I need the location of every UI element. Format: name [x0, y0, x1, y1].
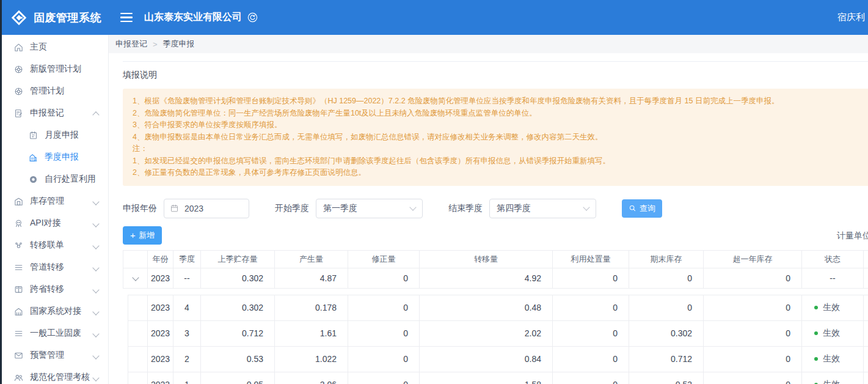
year-input[interactable]	[183, 203, 242, 214]
cell-disposed: 0	[553, 295, 629, 320]
sidebar-item[interactable]: 规范化管理考核	[0, 366, 108, 384]
sidebar-item-label: 主页	[30, 42, 47, 53]
col-status: 状态	[802, 250, 864, 268]
chevron-down-icon	[92, 352, 99, 359]
cell-quarter: 1	[173, 372, 201, 384]
calendar-icon	[170, 204, 179, 213]
cell-quarter: 2	[173, 346, 201, 372]
sidebar-item[interactable]: 管道转移	[0, 256, 108, 278]
sidebar-item-label: 跨省转移	[30, 284, 64, 295]
cell-expand	[128, 346, 148, 372]
chevron-down-icon	[92, 330, 99, 337]
cell-over_year_stock: 0	[704, 320, 802, 346]
summary-row: 2023--0.3024.8704.92000--	[123, 268, 868, 288]
cell-corrected: 0	[348, 372, 420, 384]
add-button[interactable]: + 新增	[123, 226, 162, 245]
table-row: 202340.3020.17800.48000生效	[128, 295, 868, 320]
notice-line: 2、危险废物简化管理单位：同一生产经营场所危险废物年产生量10t及以上且未纳入危…	[133, 108, 868, 120]
sidebar-item[interactable]: API对接	[0, 212, 108, 234]
sidebar-item-label: API对接	[30, 218, 61, 229]
cell-stub	[864, 320, 868, 346]
cell-corrected: 0	[348, 295, 420, 320]
cell-transferred: 1.58	[420, 372, 553, 384]
sidebar-item[interactable]: 国家系统对接	[0, 300, 108, 322]
status-dot-icon	[814, 306, 818, 309]
content: 填报说明 1、根据《危险废物管理计划和管理台账制定技术导则》（HJ 1259—2…	[109, 61, 868, 384]
col-over_year_stock: 超一年库存	[704, 250, 802, 268]
notice-line: 3、符合申报要求的单位按季度按顺序填报。	[133, 119, 868, 131]
sidebar-item[interactable]: 申报登记	[0, 102, 108, 124]
cell-produced: 1.022	[275, 346, 348, 372]
cell-transferred: 2.02	[420, 320, 553, 346]
search-button[interactable]: 查询	[622, 199, 662, 218]
warehouse-icon	[13, 196, 24, 207]
chevron-down-icon	[92, 220, 99, 227]
mail-icon	[13, 350, 24, 361]
cell-transferred: 0.84	[420, 346, 553, 372]
cell-status: 生效	[802, 295, 864, 320]
quarterly-report-panel: 填报说明 1、根据《危险废物管理计划和管理台账制定技术导则》（HJ 1259—2…	[123, 61, 868, 384]
dot-icon	[28, 174, 38, 185]
book-icon	[13, 284, 24, 295]
sidebar-item[interactable]: 库存管理	[0, 190, 108, 212]
breadcrumb-section[interactable]: 申报登记	[115, 39, 147, 50]
chevron-down-icon	[409, 204, 416, 210]
sidebar: 主页新版管理计划管理计划申报登记月度申报季度申报自行处置利用库存管理API对接转…	[0, 35, 109, 384]
summary-table: 年份季度上季贮存量产生量修正量转移量利用处置量期末库存超一年库存状态2023--…	[123, 250, 868, 289]
report-icon	[13, 108, 24, 119]
col-year: 年份	[148, 250, 173, 268]
plan-icon	[13, 86, 24, 97]
screen-edge-strip	[0, 0, 2, 384]
cell-ending_stock: 0.302	[629, 320, 704, 346]
cell-quarter: --	[173, 268, 201, 288]
cell-expand	[128, 295, 148, 320]
chevron-down-icon	[92, 374, 99, 381]
chevron-up-icon	[92, 111, 99, 118]
sidebar-item-label: 季度申报	[45, 152, 79, 163]
chevron-down-icon	[583, 204, 589, 210]
end-quarter-select[interactable]: 第四季度	[489, 199, 596, 218]
cell-produced: 1.61	[275, 320, 348, 346]
cell-status: 生效	[802, 320, 864, 346]
user-name[interactable]: 宿庆利	[837, 12, 865, 23]
sidebar-item[interactable]: 季度申报	[0, 146, 108, 168]
sidebar-item[interactable]: 新版管理计划	[0, 58, 108, 80]
gov-icon	[13, 306, 24, 317]
breadcrumb-page[interactable]: 季度申报	[163, 39, 195, 50]
sidebar-item[interactable]: 预警管理	[0, 344, 108, 366]
home-icon	[13, 42, 24, 53]
table-row: 202310.052.0601.5800.530生效	[128, 372, 868, 384]
table-toolbar: + 新增 计量单位	[123, 226, 868, 245]
chevron-down-icon	[92, 264, 99, 271]
expand-row-button[interactable]	[123, 268, 148, 288]
cell-disposed: 0	[553, 320, 629, 346]
sidebar-item[interactable]: 跨省转移	[0, 278, 108, 300]
col-produced: 产生量	[275, 250, 348, 268]
top-bar: 固废管理系统 山东泰东实业有限公司 宿庆利	[0, 0, 868, 35]
breadcrumb-separator: >	[153, 40, 158, 49]
cell-disposed: 0	[553, 268, 629, 288]
sidebar-item[interactable]: 主页	[0, 36, 108, 58]
search-icon	[629, 204, 636, 212]
sidebar-item-label: 申报登记	[30, 108, 64, 119]
cell-year: 2023	[148, 346, 173, 372]
sidebar-item[interactable]: 自行处置利用	[0, 168, 108, 190]
sidebar-item[interactable]: 管理计划	[0, 80, 108, 102]
header-row: 年份季度上季贮存量产生量修正量转移量利用处置量期末库存超一年库存状态	[123, 250, 868, 268]
api-icon	[13, 218, 24, 229]
start-quarter-select[interactable]: 第一季度	[316, 199, 423, 218]
cell-quarter: 3	[173, 320, 201, 346]
sidebar-item[interactable]: 转移联单	[0, 234, 108, 256]
building-icon	[28, 152, 38, 163]
cell-stub	[864, 268, 868, 288]
sidebar-item[interactable]: 一般工业固废	[0, 322, 108, 344]
col-prev_storage: 上季贮存量	[201, 250, 275, 268]
refresh-icon[interactable]	[247, 12, 258, 23]
sidebar-item[interactable]: 月度申报	[0, 124, 108, 146]
menu-toggle-icon[interactable]	[118, 10, 135, 25]
cell-stub	[864, 372, 868, 384]
col-ending_stock: 期末库存	[629, 250, 704, 268]
col-expand	[123, 250, 148, 268]
cell-disposed: 0	[553, 372, 629, 384]
cell-ending_stock: 0.53	[629, 372, 704, 384]
